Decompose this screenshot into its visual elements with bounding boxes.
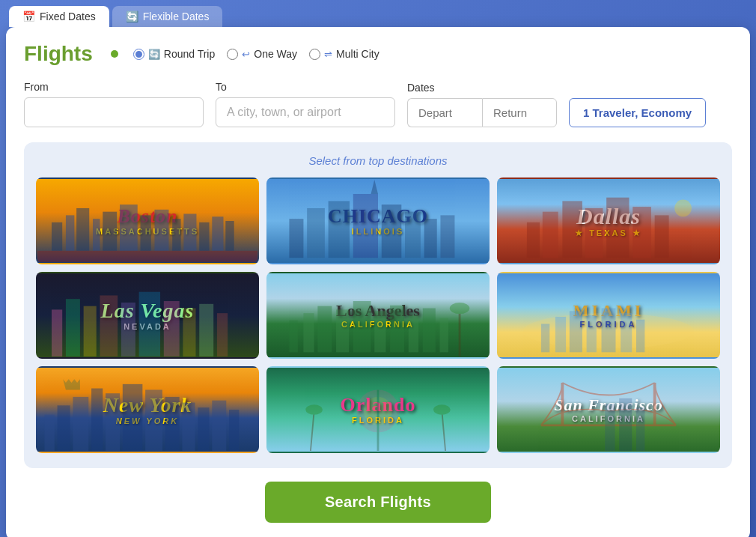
svg-rect-49	[423, 309, 436, 353]
svg-rect-68	[165, 397, 180, 451]
svg-rect-67	[145, 389, 162, 451]
svg-rect-19	[405, 212, 421, 258]
svg-rect-32	[66, 299, 80, 357]
search-flights-button[interactable]: Search Flights	[265, 482, 491, 523]
svg-rect-85	[619, 398, 632, 451]
to-input[interactable]	[216, 97, 395, 127]
tab-fixed-label: Fixed Dates	[40, 10, 96, 22]
app-container: 📅 Fixed Dates 🔄 Flexible Dates Flights 🔄…	[0, 0, 756, 537]
svg-rect-10	[199, 222, 209, 251]
newyork-skyline-svg	[37, 368, 257, 452]
svg-rect-57	[587, 315, 597, 352]
destination-newyork[interactable]: New York New York	[36, 366, 259, 453]
svg-rect-20	[424, 219, 437, 258]
svg-rect-23	[527, 222, 540, 258]
multicity-option[interactable]: ⇌ Multi City	[309, 48, 379, 60]
losangeles-skyline-svg	[268, 273, 488, 357]
from-input[interactable]: Denver, CO	[24, 97, 204, 127]
svg-rect-5	[120, 204, 138, 251]
svg-rect-86	[636, 407, 644, 451]
svg-point-52	[450, 303, 470, 314]
depart-input[interactable]	[407, 98, 482, 127]
multicity-radio[interactable]	[309, 49, 320, 60]
dates-inputs	[407, 98, 557, 127]
svg-rect-33	[84, 306, 97, 357]
svg-rect-7	[154, 210, 168, 251]
svg-rect-40	[217, 313, 228, 357]
destination-orlando[interactable]: Orlando FLORIDA	[266, 366, 490, 453]
svg-rect-70	[198, 407, 209, 451]
svg-rect-35	[121, 303, 135, 357]
destinations-grid: Boston Massachusetts	[36, 178, 720, 453]
svg-rect-27	[606, 198, 629, 258]
search-btn-container: Search Flights	[24, 482, 732, 523]
svg-rect-4	[103, 212, 117, 251]
destination-boston[interactable]: Boston Massachusetts	[36, 178, 259, 264]
svg-rect-63	[73, 397, 88, 451]
svg-rect-14	[289, 219, 303, 258]
destination-losangeles[interactable]: Los Angeles CALIFORNIA	[266, 272, 490, 359]
oneway-option[interactable]: ↩ One Way	[227, 48, 297, 60]
svg-rect-61	[44, 415, 54, 451]
svg-rect-6	[141, 215, 151, 250]
to-group: To	[216, 81, 395, 127]
destination-lasvegas[interactable]: Las Vegas NEVADA	[36, 272, 259, 359]
sanfrancisco-skyline-svg	[499, 368, 719, 452]
dates-label: Dates	[407, 82, 557, 94]
svg-rect-2	[76, 208, 89, 251]
dallas-skyline-svg	[499, 179, 719, 263]
svg-rect-8	[172, 219, 180, 251]
svg-rect-62	[58, 405, 70, 451]
destinations-section: Select from top destinations Boston Mass…	[24, 142, 732, 468]
trip-type-group: 🔄 Round Trip ↩ One Way ⇌ Multi City	[133, 48, 379, 60]
search-form: From Denver, CO To Dates 1 Traveler, Eco…	[24, 81, 732, 127]
svg-rect-69	[182, 403, 195, 451]
svg-rect-54	[541, 324, 549, 352]
svg-rect-44	[336, 309, 349, 352]
svg-point-78	[305, 404, 323, 414]
oneway-label: One Way	[254, 48, 297, 60]
from-label: From	[24, 81, 204, 93]
svg-line-77	[311, 411, 314, 451]
svg-line-79	[442, 411, 445, 451]
orlando-skyline-svg	[268, 368, 488, 452]
flights-title: Flights	[24, 42, 93, 66]
svg-rect-16	[329, 201, 350, 258]
destination-chicago[interactable]: CHICAGO ILLINOIS	[266, 178, 490, 264]
svg-rect-13	[37, 251, 257, 262]
tabs-bar: 📅 Fixed Dates 🔄 Flexible Dates	[0, 0, 756, 27]
svg-rect-9	[183, 214, 196, 251]
destination-sanfrancisco[interactable]: San Francisco CALIFORNIA	[497, 366, 720, 453]
svg-rect-72	[229, 410, 239, 451]
svg-rect-48	[409, 315, 418, 352]
flexible-icon: 🔄	[126, 10, 138, 22]
svg-rect-12	[225, 221, 234, 251]
tab-fixed-dates[interactable]: 📅 Fixed Dates	[9, 6, 109, 27]
return-input[interactable]	[482, 98, 557, 127]
destination-dallas[interactable]: Dallas ★ TEXAS ★	[497, 178, 720, 264]
dates-group: Dates	[407, 82, 557, 127]
svg-rect-59	[621, 313, 632, 352]
tab-flexible-dates[interactable]: 🔄 Flexible Dates	[112, 6, 223, 27]
roundtrip-radio[interactable]	[133, 49, 144, 60]
svg-rect-26	[585, 208, 603, 258]
destination-miami[interactable]: MIAMI FLORIDA	[497, 272, 720, 359]
oneway-radio[interactable]	[227, 49, 238, 60]
svg-rect-42	[303, 313, 314, 352]
roundtrip-option[interactable]: 🔄 Round Trip	[133, 48, 215, 60]
svg-rect-55	[555, 317, 566, 352]
main-card: Flights 🔄 Round Trip ↩ One Way ⇌ Multi C…	[6, 27, 750, 537]
traveler-button[interactable]: 1 Traveler, Economy	[569, 98, 706, 127]
svg-rect-65	[106, 393, 120, 451]
roundtrip-label: Round Trip	[164, 48, 215, 60]
svg-point-80	[433, 404, 451, 414]
svg-rect-64	[91, 389, 103, 451]
svg-rect-3	[93, 219, 100, 251]
svg-rect-28	[632, 207, 651, 258]
svg-rect-18	[382, 204, 402, 258]
svg-rect-84	[605, 404, 615, 451]
flight-header: Flights 🔄 Round Trip ↩ One Way ⇌ Multi C…	[24, 42, 732, 66]
svg-rect-39	[199, 304, 213, 357]
calendar-icon: 📅	[22, 10, 35, 22]
miami-skyline-svg	[499, 273, 719, 357]
